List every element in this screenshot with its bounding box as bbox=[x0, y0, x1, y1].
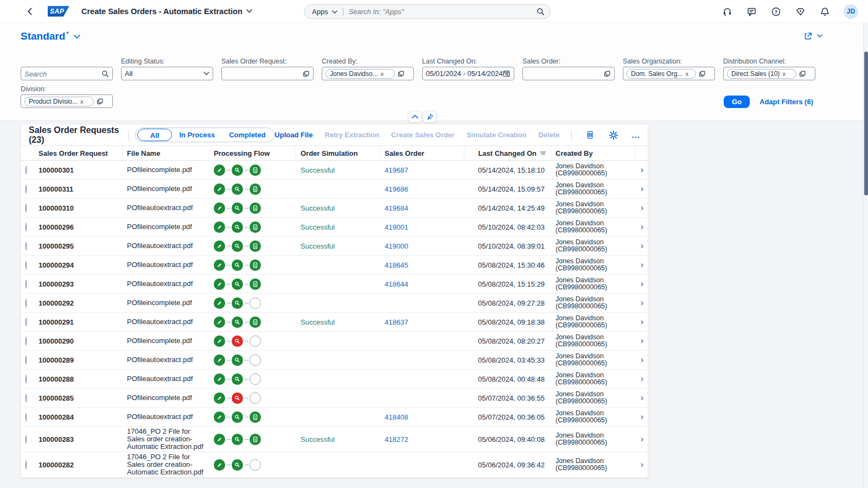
table-settings-gear-icon[interactable] bbox=[608, 129, 620, 141]
sales-order-link[interactable]: 418637 bbox=[385, 318, 408, 326]
row-navigation-chevron[interactable]: › bbox=[635, 221, 649, 232]
search-scope-select[interactable]: Apps bbox=[312, 8, 328, 16]
create-sales-order-button[interactable]: Create Sales Order bbox=[391, 131, 455, 139]
sales-order-link[interactable]: 419684 bbox=[385, 204, 408, 212]
simulate-creation-button[interactable]: Simulate Creation bbox=[467, 131, 527, 139]
col-processing-flow[interactable]: Processing Flow bbox=[209, 146, 296, 160]
sales-order-field[interactable] bbox=[522, 67, 615, 80]
token-remove-icon[interactable]: x bbox=[80, 98, 84, 105]
table-row[interactable]: 100000301POfileincomplete.pdf$Successful… bbox=[21, 161, 648, 180]
scrollbar-thumb[interactable] bbox=[864, 52, 868, 195]
sales-organization-field[interactable]: Dom. Sales Org...x bbox=[623, 67, 715, 80]
support-headset-icon[interactable] bbox=[722, 6, 732, 17]
row-navigation-chevron[interactable]: › bbox=[635, 459, 649, 470]
row-radio-button[interactable] bbox=[25, 375, 27, 384]
joule-gem-icon[interactable] bbox=[795, 6, 806, 17]
created-by-token[interactable]: Jones Davidso...x bbox=[326, 69, 395, 79]
adapt-filters-link[interactable]: Adapt Filters (6) bbox=[760, 98, 813, 106]
row-navigation-chevron[interactable]: › bbox=[635, 335, 649, 346]
row-navigation-chevron[interactable]: › bbox=[635, 297, 649, 308]
tab-all[interactable]: All bbox=[137, 129, 173, 141]
table-row[interactable]: 100000291POfileautoextract.pdf$Successfu… bbox=[21, 313, 648, 332]
row-radio-button[interactable] bbox=[25, 204, 27, 213]
table-row[interactable]: 100000284POfileautoextract.pdf$41840805/… bbox=[21, 408, 648, 427]
row-radio-button[interactable] bbox=[25, 166, 27, 175]
row-radio-button[interactable] bbox=[25, 413, 27, 422]
sales-order-link[interactable]: 418272 bbox=[385, 435, 408, 443]
table-row[interactable]: 100000293POfileautoextract.pdf$41864405/… bbox=[21, 275, 648, 294]
row-navigation-chevron[interactable]: › bbox=[635, 354, 649, 365]
table-row[interactable]: 10000028217046_PO 2 File for Sales order… bbox=[21, 452, 648, 478]
division-field[interactable]: Product Divisio...x bbox=[21, 94, 113, 108]
feedback-chat-icon[interactable] bbox=[746, 6, 757, 17]
sales-order-link[interactable]: 418645 bbox=[385, 261, 408, 269]
value-help-icon[interactable] bbox=[302, 70, 310, 78]
value-help-icon[interactable] bbox=[799, 70, 806, 78]
last-changed-on-field[interactable]: 05/01/2024 - 05/14/2024 bbox=[422, 67, 514, 80]
token-remove-icon[interactable]: x bbox=[685, 71, 688, 77]
col-order-simulation[interactable]: Order Simulation bbox=[296, 146, 380, 160]
sales-order-link[interactable]: 419686 bbox=[385, 185, 408, 193]
tab-completed[interactable]: Completed bbox=[222, 129, 272, 141]
row-radio-button[interactable] bbox=[25, 318, 27, 327]
distribution-channel-field[interactable]: Direct Sales (10)x bbox=[723, 67, 815, 80]
search-icon[interactable] bbox=[537, 8, 545, 16]
editing-status-select[interactable]: All bbox=[121, 67, 213, 80]
app-title-menu[interactable]: Create Sales Orders - Automatic Extracti… bbox=[81, 7, 252, 16]
column-sort-icon[interactable] bbox=[540, 150, 546, 156]
page-scrollbar[interactable] bbox=[863, 23, 868, 488]
table-search-field[interactable] bbox=[21, 67, 113, 80]
search-icon[interactable] bbox=[101, 70, 109, 78]
sales-order-link[interactable]: 419001 bbox=[385, 223, 408, 231]
help-icon[interactable]: ? bbox=[770, 6, 781, 17]
value-help-icon[interactable] bbox=[397, 70, 405, 78]
col-last-changed-on[interactable]: Last Changed On bbox=[464, 146, 551, 160]
row-radio-button[interactable] bbox=[25, 299, 27, 308]
row-navigation-chevron[interactable]: › bbox=[635, 164, 649, 175]
col-sales-order-request[interactable]: Sales Order Request bbox=[34, 146, 123, 160]
overflow-menu-button[interactable]: ... bbox=[631, 130, 640, 140]
col-file-name[interactable]: File Name bbox=[123, 146, 209, 160]
value-help-icon[interactable] bbox=[96, 98, 104, 105]
sales-order-link[interactable]: 419000 bbox=[385, 242, 408, 250]
table-row[interactable]: 100000289POfileautoextract.pdf05/08/2024… bbox=[21, 351, 648, 370]
row-navigation-chevron[interactable]: › bbox=[635, 316, 649, 327]
delete-button[interactable]: Delete bbox=[538, 131, 559, 139]
distribution-channel-token[interactable]: Direct Sales (10)x bbox=[727, 69, 796, 79]
row-navigation-chevron[interactable]: › bbox=[635, 411, 649, 422]
row-radio-button[interactable] bbox=[25, 280, 27, 289]
created-by-field[interactable]: Jones Davidso...x bbox=[322, 67, 414, 80]
value-help-icon[interactable] bbox=[698, 70, 706, 78]
row-radio-button[interactable] bbox=[25, 337, 27, 346]
row-navigation-chevron[interactable]: › bbox=[635, 202, 649, 213]
division-token[interactable]: Product Divisio...x bbox=[24, 97, 94, 106]
table-row[interactable]: 100000311POfileincomplete.pdf$41968605/1… bbox=[21, 180, 648, 199]
col-sales-order[interactable]: Sales Order bbox=[380, 146, 464, 160]
row-navigation-chevron[interactable]: › bbox=[635, 392, 649, 403]
row-radio-button[interactable] bbox=[25, 242, 27, 251]
shell-search[interactable]: Apps bbox=[304, 4, 551, 19]
table-row[interactable]: 100000285POfileincomplete.pdf05/07/2024,… bbox=[21, 389, 648, 408]
variant-selector[interactable]: Standard* bbox=[21, 30, 80, 42]
row-navigation-chevron[interactable]: › bbox=[635, 434, 649, 445]
tab-in-process[interactable]: In Process bbox=[172, 129, 222, 141]
table-row[interactable]: 100000296POfileincomplete.pdf$Successful… bbox=[21, 218, 648, 237]
row-radio-button[interactable] bbox=[25, 356, 27, 365]
scope-chevron-down-icon[interactable] bbox=[332, 10, 337, 14]
sales-order-input[interactable] bbox=[526, 70, 601, 78]
notifications-bell-icon[interactable] bbox=[819, 6, 830, 17]
row-navigation-chevron[interactable]: › bbox=[635, 240, 649, 251]
table-row[interactable]: 100000294POfileautoextract.pdf$41864505/… bbox=[21, 256, 648, 275]
table-row[interactable]: 100000292POfileincomplete.pdf05/08/2024,… bbox=[21, 294, 648, 313]
table-row[interactable]: 100000295POfileautoextract.pdf$Successfu… bbox=[21, 237, 648, 256]
user-avatar[interactable]: JD bbox=[844, 4, 858, 19]
sales-order-request-input[interactable] bbox=[225, 70, 300, 78]
token-remove-icon[interactable]: x bbox=[782, 71, 786, 77]
sales-order-request-field[interactable] bbox=[221, 67, 314, 80]
sales-order-link[interactable]: 418408 bbox=[385, 413, 408, 421]
retry-extraction-button[interactable]: Retry Extraction bbox=[324, 131, 379, 139]
table-row[interactable]: 10000028317046_PO 2 File for Sales order… bbox=[21, 427, 648, 452]
back-button[interactable] bbox=[22, 3, 38, 20]
token-remove-icon[interactable]: x bbox=[381, 71, 384, 77]
table-row[interactable]: 100000288POfileautoextract.pdf05/08/2024… bbox=[21, 370, 648, 389]
